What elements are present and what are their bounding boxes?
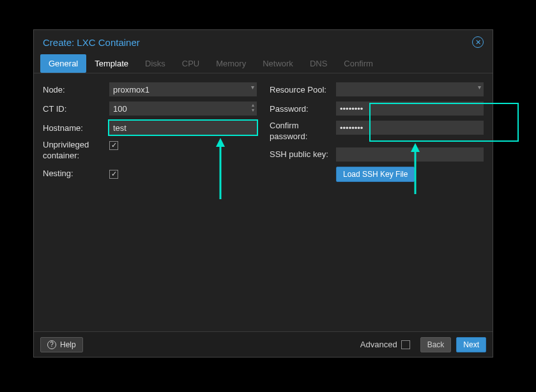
help-button[interactable]: Help xyxy=(40,337,83,352)
create-lxc-dialog: Create: LXC Container GeneralTemplateDis… xyxy=(33,29,493,358)
ctid-label: CT ID: xyxy=(43,104,109,114)
dialog-title: Create: LXC Container xyxy=(43,37,140,48)
help-label: Help xyxy=(60,340,76,349)
tab-general[interactable]: General xyxy=(40,54,86,73)
tab-memory: Memory xyxy=(208,54,254,73)
back-button[interactable]: Back xyxy=(420,337,452,352)
advanced-checkbox[interactable] xyxy=(401,340,410,349)
ssh-key-label: SSH public key: xyxy=(270,149,336,159)
tab-template[interactable]: Template xyxy=(86,54,137,73)
resource-pool-label: Resource Pool: xyxy=(270,85,336,94)
load-ssh-key-button[interactable]: Load SSH Key File xyxy=(336,167,415,182)
confirm-password-input[interactable] xyxy=(336,121,484,135)
nesting-checkbox[interactable] xyxy=(109,170,118,179)
resource-pool-select[interactable] xyxy=(336,82,484,96)
node-label: Node: xyxy=(43,85,109,94)
ctid-input[interactable] xyxy=(109,102,257,116)
tab-dns: DNS xyxy=(302,54,335,73)
hostname-input[interactable] xyxy=(109,121,257,135)
node-select[interactable] xyxy=(109,82,257,96)
nesting-label: Nesting: xyxy=(43,169,109,178)
unprivileged-checkbox[interactable] xyxy=(109,141,118,150)
hostname-label: Hostname: xyxy=(43,123,109,133)
tab-confirm: Confirm xyxy=(335,54,381,73)
tab-cpu: CPU xyxy=(174,54,208,73)
tab-network: Network xyxy=(254,54,302,73)
confirm-password-label: Confirm password: xyxy=(270,121,336,142)
help-icon xyxy=(47,340,56,349)
tab-disks: Disks xyxy=(137,54,174,73)
ssh-key-input[interactable] xyxy=(336,147,484,162)
advanced-label: Advanced xyxy=(360,340,397,349)
close-icon[interactable] xyxy=(472,36,484,48)
password-input[interactable] xyxy=(336,102,484,116)
tab-bar: GeneralTemplateDisksCPUMemoryNetworkDNSC… xyxy=(34,54,493,73)
password-label: Password: xyxy=(270,104,336,114)
next-button[interactable]: Next xyxy=(456,337,486,352)
unprivileged-label: Unprivileged container: xyxy=(43,140,109,162)
